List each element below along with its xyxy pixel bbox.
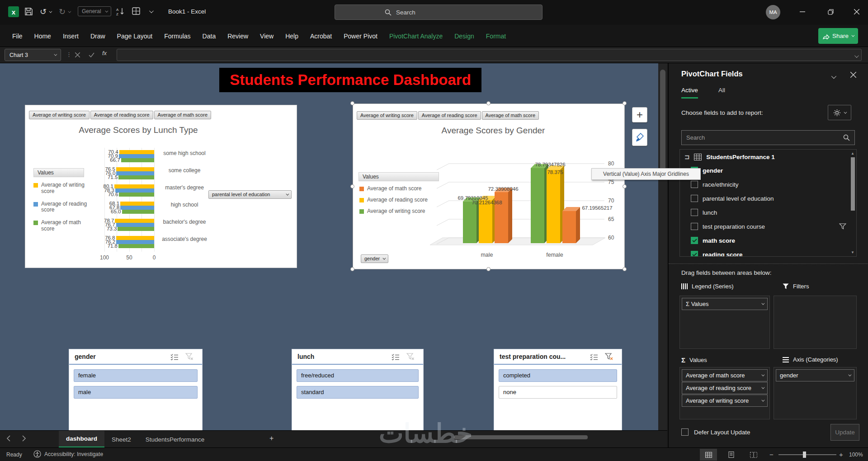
page-layout-view-button[interactable] [722,449,740,461]
field-checkbox[interactable] [691,181,698,188]
save-icon[interactable] [24,7,33,16]
horizontal-scrollbar-thumb[interactable] [454,435,588,439]
panel-close-icon[interactable] [850,71,856,80]
slicer-item-standard[interactable]: standard [297,386,419,399]
zoom-level-label[interactable]: 100% [849,452,863,458]
ribbon-tab-data[interactable]: Data [197,25,222,47]
excel-app-icon[interactable]: x [8,6,19,17]
defer-layout-checkbox[interactable] [681,428,689,436]
share-button[interactable]: Share [818,28,858,44]
area-chip-averageofreadingscore[interactable]: Average of reading score [682,382,768,394]
slicer-item-completed[interactable]: completed [499,369,617,382]
sheet-tab-studentsperformance[interactable]: StudentsPerformance [138,431,212,448]
cancel-formula-icon[interactable] [75,52,80,59]
chart-elements-plus-button[interactable]: + [632,107,647,122]
worksheet-canvas[interactable]: Students Performance Dashboard Average o… [0,63,658,430]
ribbon-tab-insert[interactable]: Insert [57,25,85,47]
ribbon-tab-formulas[interactable]: Formulas [158,25,196,47]
zoom-in-button[interactable]: + [839,451,843,458]
gender-axis-field-button[interactable]: gender [361,254,388,263]
field-checkbox[interactable] [691,223,698,230]
enter-formula-icon[interactable] [89,52,94,59]
ribbon-tab-design[interactable]: Design [448,25,480,47]
area-chip-gender[interactable]: gender [776,369,854,381]
slicer-item-male[interactable]: male [74,386,198,399]
avatar[interactable]: MA [766,5,780,19]
zoom-slider[interactable] [778,454,836,455]
tools-gear-button[interactable] [828,105,851,120]
ribbon-tab-help[interactable]: Help [279,25,304,47]
values-area[interactable]: Average of math scoreAverage of reading … [679,367,770,419]
multi-select-icon[interactable] [392,353,400,362]
field-list-scrollbar[interactable]: ▲▼ [850,151,855,254]
selection-handle[interactable] [486,101,491,105]
field-row-lunch[interactable]: lunch [691,209,717,216]
selection-handle[interactable] [350,267,354,271]
selection-handle[interactable] [623,184,627,188]
clear-filter-icon[interactable] [605,353,613,362]
panel-tab-active[interactable]: Active [681,87,698,99]
field-row-mathscore[interactable]: math score [691,237,735,244]
multi-select-icon[interactable] [590,353,598,362]
panel-tab-all[interactable]: All [718,87,725,97]
ribbon-tab-format[interactable]: Format [480,25,512,47]
field-checkbox[interactable] [691,209,698,216]
area-chip-values[interactable]: Σ Values [682,298,768,310]
number-format-dropdown[interactable]: General [78,6,111,16]
fields-search-input[interactable]: Search [681,130,855,145]
vertical-scrollbar[interactable] [658,63,667,430]
parental-level-filter-button[interactable]: parental level of education [208,190,292,199]
add-sheet-button[interactable]: + [269,434,274,442]
slicer-gender[interactable]: genderfemalemale [69,349,203,430]
ribbon-tab-pivotchart-analyze[interactable]: PivotChart Analyze [383,25,448,47]
ribbon-tab-review[interactable]: Review [222,25,254,47]
field-checkbox[interactable] [691,195,698,202]
gender-chart[interactable]: Average of writing scoreAverage of readi… [353,103,625,269]
area-chip-averageofmathscore[interactable]: Average of math score [682,369,768,381]
field-row-raceethnicity[interactable]: race/ethnicity [691,181,739,188]
accessibility-status[interactable]: Accessibility: Investigate [33,450,103,458]
redo-button[interactable]: ↻ [59,7,70,17]
minimize-button[interactable] [792,4,813,20]
chart-styles-brush-button[interactable] [632,129,647,146]
ribbon-tab-view[interactable]: View [254,25,279,47]
slicer-item-freereduced[interactable]: free/reduced [297,369,419,382]
ribbon-tab-draw[interactable]: Draw [85,25,111,47]
vertical-scrollbar-thumb[interactable] [660,70,665,177]
zoom-out-button[interactable]: − [769,451,774,458]
ribbon-tab-home[interactable]: Home [28,25,57,47]
legend-series-area[interactable]: Σ Values [679,296,770,349]
clear-filter-icon[interactable] [185,353,194,362]
selection-handle[interactable] [486,267,491,271]
update-button[interactable]: Update [830,424,859,441]
lunch-chart[interactable]: Average of writing scoreAverage of readi… [25,105,297,268]
formula-input[interactable] [117,49,862,61]
sort-az-icon[interactable]: AZ [116,7,125,16]
clear-filter-icon[interactable] [406,353,415,362]
field-row-readingscore[interactable]: reading score [691,251,743,257]
field-row-parentallevelofeducation[interactable]: parental level of education [691,195,774,202]
zoom-slider-thumb[interactable] [803,452,806,458]
table-tool-icon[interactable] [132,7,140,15]
search-input[interactable]: Search [335,5,542,20]
ribbon-tab-acrobat[interactable]: Acrobat [304,25,338,47]
field-row-testpreparationcourse[interactable]: test preparation course [691,223,765,230]
ribbon-tab-page-layout[interactable]: Page Layout [111,25,159,47]
sheet-tab-sheet2[interactable]: Sheet2 [104,431,138,448]
filters-area[interactable] [774,296,857,349]
restore-button[interactable] [820,4,841,20]
quick-access-overflow-icon[interactable] [149,10,152,13]
data-source-row[interactable]: ⊐StudentsPerformance 1 [684,153,775,160]
multi-select-icon[interactable] [170,353,179,362]
insert-function-icon[interactable]: fx [102,50,107,56]
axis-categories-area[interactable]: gender [774,367,857,419]
field-checkbox[interactable] [691,251,698,257]
selection-handle[interactable] [623,267,627,271]
panel-collapse-chevron-icon[interactable] [831,72,835,80]
selection-handle[interactable] [623,101,627,105]
ribbon-tab-power-pivot[interactable]: Power Pivot [338,25,383,47]
normal-view-button[interactable] [700,449,717,461]
slicer-lunch[interactable]: lunchfree/reducedstandard [292,349,424,430]
sheet-nav-left-icon[interactable] [6,435,10,442]
formula-options-dots-icon[interactable]: ⋮ [66,51,72,58]
